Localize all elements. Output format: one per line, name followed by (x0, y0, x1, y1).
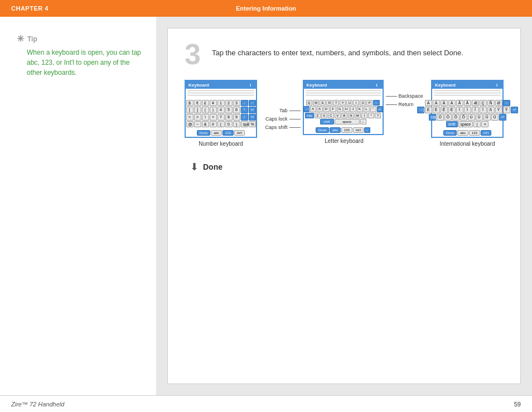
keyboards-section: Keyboard i $ € £ ¥ 1 (185, 80, 504, 147)
num-done-key: Done (197, 130, 210, 136)
num-row-1: $ € £ ¥ 1 2 3 - ← (187, 100, 255, 106)
letter-input-line-2 (306, 93, 381, 93)
intl-keyboard-info-icon: i (494, 82, 500, 88)
num-key-3: 3 (233, 100, 240, 106)
intl-space: space (458, 121, 473, 127)
num-key-tab2: ↵ (249, 114, 256, 121)
return-label-item: Return (386, 100, 414, 108)
tab-label-item: Tab (279, 107, 301, 114)
backspace-label: Backspace (399, 93, 423, 99)
content-box: 3 Tap the characters to enter text, numb… (167, 28, 521, 384)
key-b: B (341, 113, 347, 118)
intl-row-4: shift space | » (433, 121, 501, 127)
intl-a6: Å (464, 100, 471, 106)
num-key-bs: ← (249, 100, 256, 106)
return-label-line (386, 104, 397, 105)
number-keyboard: Keyboard i $ € £ ¥ 1 (185, 80, 257, 138)
letter-keyboard-rows: Q W E R T Y U I O P ← (304, 99, 383, 126)
num-key-euro: € (194, 100, 201, 106)
intl-u3: Û (483, 114, 491, 121)
intl-pipe: | (473, 121, 481, 127)
num-key-pound: £ (202, 100, 209, 106)
chapter-label: CHAPTER 4 (11, 5, 49, 12)
intl-row-2: →| É È Ê Ë Í Ì Î Ï ß Ý Ÿ ↵ (433, 107, 501, 113)
number-keyboard-titlebar: Keyboard i (186, 81, 256, 89)
num-intl-key: Int'l (234, 130, 245, 136)
num-key-yen: ¥ (210, 100, 217, 106)
intl-intl-key: Int'l (481, 130, 491, 136)
header: CHAPTER 4 Entering Information (0, 0, 532, 17)
letter-keyboard-info-icon: i (374, 82, 380, 88)
intl-rangle: » (481, 121, 489, 127)
letter-keyboard-title: Keyboard (307, 83, 327, 88)
key-p: P (366, 100, 373, 106)
tab-label-line (289, 111, 301, 111)
key-return: ↵ (377, 106, 383, 112)
num-key-tilde: ~ (194, 121, 201, 127)
done-arrow-icon: ⬇ (190, 161, 199, 173)
num-key-bracket-r: ] (194, 107, 201, 113)
letter-row-2: →| A S D F G H J K L " ↵ (305, 106, 381, 112)
intl-input-line-2 (434, 93, 501, 93)
intl-keyboard-wrap: Keyboard i Á À Â Ä Ã (431, 80, 504, 147)
key-a: A (310, 106, 316, 112)
letter-keyboard-caption: Letter keyboard (325, 138, 364, 144)
return-label: Return (399, 102, 414, 107)
num-key-pct: % (249, 121, 256, 127)
key-c: C (328, 113, 334, 118)
chapter-title: Entering Information (236, 5, 296, 12)
step-header: 3 Tap the characters to enter text, numb… (185, 40, 504, 69)
intl-e4: Ë (448, 107, 456, 113)
intl-o2: Ò (444, 114, 452, 121)
num-key-at: @ (186, 121, 194, 127)
tip-text: When a keyboard is open, you can tap abc… (27, 49, 141, 76)
key-o: O (360, 100, 366, 106)
intl-y1: Ý (495, 107, 502, 113)
intl-abc-key: abc (457, 130, 468, 136)
key-pipe: I (361, 113, 367, 118)
key-qmark: ? (375, 113, 381, 118)
num-key-7: 7 (217, 114, 225, 121)
num-key-space: space (241, 121, 248, 127)
intl-keyboard-caption: International keyboard (440, 141, 495, 147)
intl-o-stroke: Ø (495, 100, 502, 106)
num-key-amp: & (202, 121, 209, 127)
key-x: X (321, 113, 327, 118)
intl-y2: Ÿ (503, 107, 510, 113)
intl-i3: Î (472, 107, 479, 113)
intl-ret: ↵ (511, 107, 518, 113)
key-quote: " (370, 106, 376, 112)
intl-keyboard: Keyboard i Á À Â Ä Ã (431, 80, 504, 138)
intl-input-area (432, 89, 502, 99)
letter-keyboard-wrap: Tab Caps lock Caps shift (265, 80, 423, 144)
number-keyboard-title: Keyboard (188, 83, 209, 88)
tip-label: Tip (27, 35, 37, 43)
letter-row-4: shift space ↓ (305, 119, 381, 124)
intl-u1: Ú (468, 114, 475, 121)
key-r: R (326, 100, 332, 106)
key-caps: cap (305, 113, 314, 118)
backspace-label-line (386, 96, 397, 97)
num-key-zero: 0 (225, 121, 233, 127)
intl-input-line-3 (434, 95, 501, 95)
number-input-area (186, 89, 256, 99)
num-key-slash: / (241, 114, 248, 121)
num-key-backslash: \ (202, 114, 209, 121)
capsshift-label: Caps shift (265, 124, 287, 130)
key-shift: shift (320, 119, 334, 124)
num-row-4: @ ~ & # ( 0 ) space % (187, 121, 255, 127)
labeled-letter-keyboard: Tab Caps lock Caps shift (265, 80, 423, 135)
key-w: W (313, 100, 320, 106)
capslock-label-line (289, 119, 301, 119)
key-i: I (353, 100, 359, 106)
key-v: V (335, 113, 341, 118)
key-space: space (335, 119, 360, 124)
num-abc-key: abc (211, 130, 222, 136)
key-star2: * (368, 113, 374, 118)
intl-ae: Æ (472, 100, 479, 106)
key-down: ↓ (360, 119, 366, 124)
intl-i5: ß (487, 107, 495, 113)
key-e: E (320, 100, 326, 106)
tip-header: ✳ Tip (17, 33, 145, 44)
key-n: N (348, 113, 354, 118)
